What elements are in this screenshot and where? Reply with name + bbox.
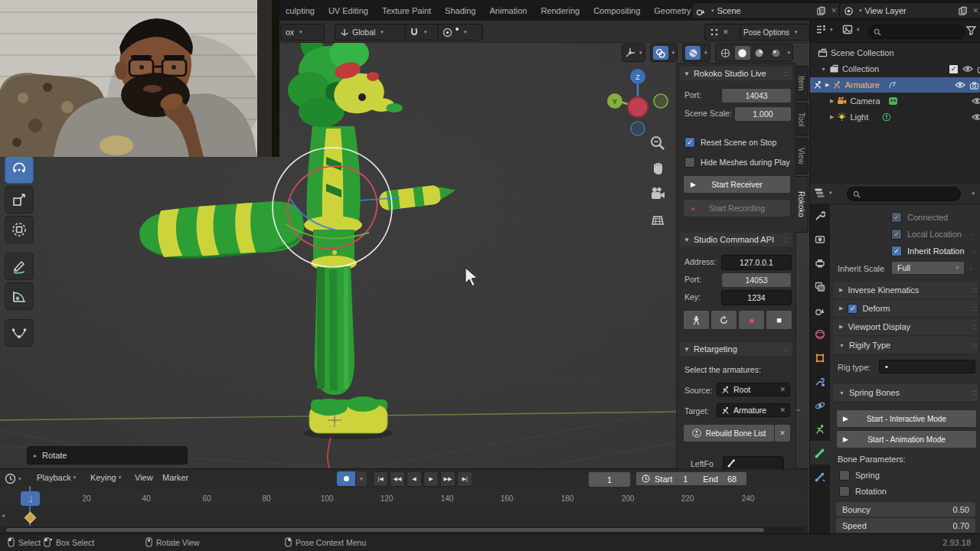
- tab-modifiers[interactable]: [810, 370, 830, 393]
- restart-button[interactable]: [710, 310, 737, 330]
- camera-view-icon[interactable]: [649, 185, 666, 202]
- outliner-row-armature[interactable]: ▶ Armature: [810, 77, 980, 93]
- tool-rotate[interactable]: [5, 156, 34, 184]
- sidebar-tab-item[interactable]: Item: [795, 66, 808, 101]
- navigation-gizmo[interactable]: Z Y: [607, 67, 676, 138]
- section-studio-command-api[interactable]: ▼ Studio Command API ::: [680, 233, 792, 246]
- drag-grip-icon[interactable]: ::: [783, 70, 789, 77]
- pan-view-icon[interactable]: [649, 160, 666, 177]
- checkbox-checked-icon[interactable]: ✓: [684, 137, 695, 148]
- shading-rendered-icon[interactable]: [769, 46, 784, 60]
- jump-to-start-button[interactable]: |◀: [373, 471, 388, 487]
- workspace-tab-rendering[interactable]: Rendering: [534, 3, 586, 18]
- overlays-toggle-icon[interactable]: [653, 46, 668, 60]
- auto-keying-dropdown[interactable]: ▾: [356, 471, 367, 486]
- tool-measure[interactable]: [5, 282, 34, 310]
- rotation-checkbox-row[interactable]: Rotation: [839, 486, 887, 497]
- play-reverse-button[interactable]: ◀: [407, 471, 422, 487]
- tool-annotate[interactable]: [5, 253, 34, 280]
- workspace-tab-uv-editing[interactable]: UV Editing: [322, 3, 375, 18]
- drag-grip-icon[interactable]: ::: [783, 345, 789, 353]
- tab-bone[interactable]: [810, 441, 830, 465]
- expand-arrow-icon[interactable]: ▶: [825, 82, 829, 88]
- tab-bone-constraints[interactable]: [810, 465, 830, 488]
- filter-dropdown-icon[interactable]: ▾: [972, 191, 975, 197]
- workspace-tab-animation[interactable]: Animation: [482, 3, 534, 18]
- outliner-row-light[interactable]: ▶ Light: [810, 109, 980, 125]
- close-icon[interactable]: ✕: [972, 7, 978, 15]
- rebuild-clear-button[interactable]: ✕: [774, 424, 791, 442]
- frame-range-group[interactable]: Start 1 End 68: [635, 471, 747, 486]
- inherit-scale-dropdown[interactable]: Full ▾: [891, 261, 965, 275]
- key-field[interactable]: 1234: [721, 290, 792, 305]
- checkbox-unchecked-icon[interactable]: [839, 470, 850, 481]
- api-port-field[interactable]: 14053: [721, 272, 792, 288]
- start-receiver-button[interactable]: ▶ Start Receiver: [683, 175, 791, 194]
- menu-playback[interactable]: Playback▾: [37, 473, 76, 482]
- transform-orientation-dropdown[interactable]: Global▾: [335, 24, 410, 41]
- display-mode-dropdown[interactable]: ▾: [815, 24, 833, 34]
- tab-object[interactable]: [810, 346, 830, 370]
- play-button[interactable]: ▶: [423, 471, 439, 487]
- tab-scene[interactable]: [810, 298, 830, 322]
- scene-scale-field[interactable]: 1.000: [734, 106, 792, 122]
- timeline-editor-type-button[interactable]: ▾: [5, 473, 21, 484]
- menu-marker[interactable]: Marker: [162, 473, 188, 482]
- speed-slider[interactable]: Speed 0.70: [836, 518, 975, 533]
- section-spring-bones[interactable]: ▼Spring Bones::: [833, 384, 978, 402]
- sidebar-tab-view[interactable]: View: [795, 138, 808, 174]
- record-button[interactable]: ●: [738, 310, 765, 330]
- hide-meshes-checkbox-row[interactable]: Hide Meshes during Play: [684, 157, 790, 168]
- xray-dropdown[interactable]: ▾: [682, 44, 710, 62]
- start-recording-button[interactable]: ● Start Recording: [683, 199, 791, 217]
- bouncy-slider[interactable]: Bouncy 0.50: [836, 502, 975, 517]
- timeline-scrollbar[interactable]: [6, 528, 764, 532]
- target-field[interactable]: Armature ✕: [717, 403, 790, 417]
- port-field[interactable]: 14043: [721, 88, 792, 103]
- shading-wireframe-icon[interactable]: [718, 46, 733, 60]
- timeline-ruler[interactable]: 20 40 60 80 100 120 140 160 180 200 220 …: [0, 489, 808, 510]
- expand-arrow-icon[interactable]: ▼: [821, 67, 826, 72]
- clear-icon[interactable]: ✕: [779, 406, 786, 414]
- proportional-editing-button[interactable]: ▾: [437, 24, 483, 41]
- spring-checkbox-row[interactable]: Spring: [839, 470, 880, 481]
- next-keyframe-button[interactable]: ▶▶: [440, 471, 456, 487]
- tool-breakdowner[interactable]: [5, 319, 34, 347]
- workspace-tab-compositing[interactable]: Compositing: [586, 3, 647, 18]
- eye-icon[interactable]: [972, 113, 980, 121]
- tab-tool[interactable]: [810, 204, 830, 227]
- pose-options-dropdown[interactable]: Pose Options▾: [740, 24, 812, 41]
- inherit-rotation-row[interactable]: ✓ Inherit Rotation ·: [891, 246, 975, 256]
- workspace-tab-sculpting[interactable]: culpting: [279, 3, 322, 18]
- address-field[interactable]: 127.0.0.1: [721, 255, 792, 270]
- section-rokoko-studio-live[interactable]: ▼ Rokoko Studio Live ::: [680, 67, 792, 80]
- xray-toggle-icon[interactable]: [685, 46, 701, 60]
- outliner-search-input[interactable]: [868, 24, 965, 39]
- menu-view[interactable]: View: [135, 473, 153, 482]
- gizmo-visibility-dropdown[interactable]: ▾: [622, 44, 645, 62]
- expand-arrow-icon[interactable]: ▶: [830, 98, 834, 104]
- sidebar-tab-rokoko[interactable]: Rokoko: [795, 176, 808, 233]
- section-deform[interactable]: ▶✓Deform::: [833, 300, 978, 318]
- workspace-tab-texture-paint[interactable]: Texture Paint: [375, 3, 438, 18]
- shading-material-icon[interactable]: [752, 46, 767, 60]
- filter-type-dropdown[interactable]: ▾: [842, 24, 860, 34]
- workspace-tab-shading[interactable]: Shading: [438, 3, 482, 18]
- source-field[interactable]: Root ✕: [717, 383, 790, 396]
- clear-icon[interactable]: ✕: [779, 386, 786, 393]
- new-view-layer-icon[interactable]: [958, 6, 968, 16]
- expand-arrow-icon[interactable]: ▶: [830, 114, 834, 120]
- close-icon[interactable]: ✕: [831, 7, 837, 15]
- auto-keying-toggle[interactable]: [337, 471, 355, 486]
- current-frame-field[interactable]: 1: [588, 471, 631, 487]
- new-scene-icon[interactable]: [816, 6, 826, 16]
- tab-object-data-armature[interactable]: [810, 417, 830, 441]
- zoom-view-icon[interactable]: [649, 135, 666, 152]
- panel-expand-arrow[interactable]: ◂: [2, 512, 5, 519]
- tool-scale[interactable]: [5, 186, 34, 214]
- bone-mapping-field[interactable]: [723, 456, 784, 470]
- tool-transform[interactable]: [5, 216, 34, 243]
- filter-funnel-icon[interactable]: [966, 26, 976, 35]
- render-camera-icon[interactable]: [969, 81, 979, 90]
- local-location-row[interactable]: ✓ Local Location ·: [891, 229, 975, 240]
